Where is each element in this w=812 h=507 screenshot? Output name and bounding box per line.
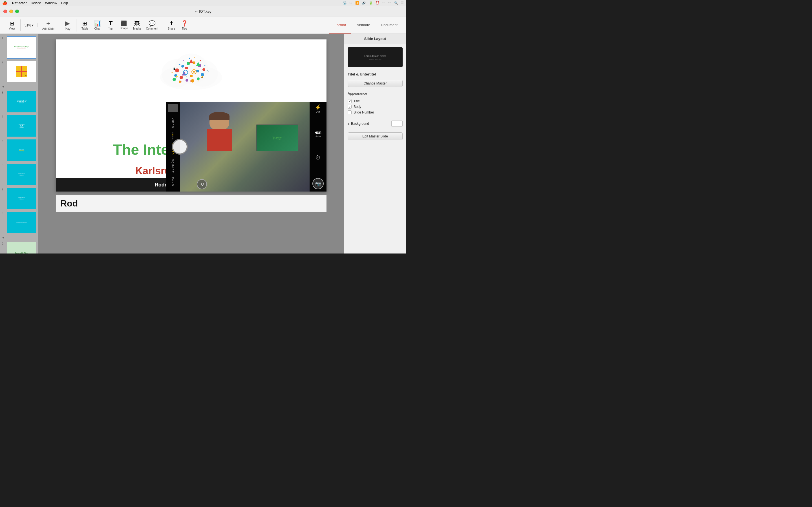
flash-control[interactable]: ⚡ Off — [315, 104, 321, 114]
notification-icon[interactable]: ☰ — [401, 1, 404, 5]
toolbar: ⊞ View 51% ▾ ＋ Add Slide ▶ Play ⊞ Table … — [0, 17, 406, 34]
slide-thumb-2[interactable]: JS — [7, 60, 36, 83]
svg-rect-18 — [185, 67, 188, 69]
slide-thumb-9[interactable]: Consumable Things — [7, 242, 36, 253]
svg-point-16 — [172, 78, 176, 81]
edit-master-slide-button[interactable]: Edit Master Slide — [348, 132, 403, 140]
section-arrow-3[interactable]: ▼ — [2, 85, 5, 89]
minimize-button[interactable] — [9, 10, 13, 13]
menu-help[interactable]: Help — [61, 1, 68, 5]
slide-item-1[interactable]: 1 The Internet Of Things KarlsruheJS Jun… — [2, 36, 36, 59]
format-tab[interactable]: Format — [329, 17, 351, 34]
view-group: ⊞ View — [3, 19, 20, 31]
body-checkbox[interactable]: ✓ — [348, 105, 352, 109]
change-master-button[interactable]: Change Master — [348, 80, 403, 87]
shape-button[interactable]: ⬛ Shape — [117, 20, 130, 31]
camera-mode-pano[interactable]: PANO — [171, 176, 174, 187]
slide-item-3[interactable]: 3 Internet of What? — [2, 91, 36, 113]
slide-number-4: 4 — [2, 115, 6, 118]
search-icon[interactable]: 🔍 — [394, 1, 398, 5]
slide-item-5[interactable]: 5 Internet of Industry — [2, 139, 36, 161]
apple-menu[interactable]: 🍎 — [2, 1, 7, 5]
text-button[interactable]: T Text — [105, 19, 117, 32]
table-button[interactable]: ⊞ Table — [79, 19, 91, 31]
menu-window[interactable]: Window — [45, 1, 57, 5]
right-panel: Slide Layout Lorem Ipsum Dolor subtitle … — [344, 34, 406, 253]
slide-item-7[interactable]: 7 ConsumersMakers — [2, 187, 36, 210]
view-button[interactable]: ⊞ View — [6, 19, 18, 31]
master-preview-subtext: subtitle text here — [369, 58, 381, 60]
slide-canvas[interactable]: 📱 ☁ 🔧 ✉ ⚡ 🔔 💡 ★ ● ◆ ▲ ⊕ ⊗ ⊞ ↔ ↕ — [56, 40, 326, 191]
share-label: Share — [168, 27, 175, 30]
slide-thumb-6[interactable]: ConsumersMakers — [7, 163, 36, 186]
slide-thumb-5[interactable]: Internet of Industry — [7, 139, 36, 161]
share-button[interactable]: ⬆ Share — [165, 19, 177, 31]
slide-thumb-4[interactable]: ConsumersIoTIndustry — [7, 115, 36, 137]
camera-flip-button[interactable]: ⟲ — [197, 179, 207, 189]
svg-text:↕: ↕ — [195, 75, 196, 76]
slide-number-checkbox-row: ✓ Slide Number — [348, 110, 403, 115]
table-icon: ⊞ — [82, 20, 87, 26]
svg-point-13 — [186, 79, 188, 82]
slide-item-6[interactable]: 6 ConsumersMakers — [2, 163, 36, 186]
close-button[interactable] — [3, 10, 7, 13]
background-label-group: ▶ Background — [348, 122, 369, 126]
slide-item-4[interactable]: 4 ConsumersIoTIndustry — [2, 115, 36, 137]
slide-thumb-7[interactable]: ConsumersMakers — [7, 187, 36, 210]
share-icon: ⬆ — [169, 20, 174, 26]
svg-text:💡: 💡 — [175, 75, 178, 78]
slide-item-9[interactable]: 9 Consumable Things — [2, 242, 36, 253]
background-collapse-arrow[interactable]: ▶ — [348, 122, 350, 125]
zoom-control[interactable]: 51% ▾ — [23, 23, 35, 27]
svg-rect-20 — [190, 75, 193, 77]
slide-thumb-content-5: Internet of Industry — [7, 139, 36, 161]
document-tab[interactable]: Document — [376, 17, 403, 34]
tips-button[interactable]: ❓ Tips — [178, 19, 191, 31]
reflector-icon[interactable]: 📡 — [343, 1, 347, 5]
camera-thumb-preview[interactable] — [168, 104, 178, 112]
master-preview: Lorem Ipsum Dolor subtitle text here — [348, 47, 403, 67]
comment-button[interactable]: 💬 Comment — [144, 19, 160, 31]
play-button[interactable]: ▶ Play — [61, 19, 74, 32]
chart-button[interactable]: 📊 Chart — [92, 19, 104, 31]
svg-text:☁: ☁ — [179, 63, 181, 65]
slide-thumb-content-8: Connecting Things — [7, 212, 36, 233]
slide-thumb-1[interactable]: The Internet Of Things KarlsruheJS June … — [7, 36, 36, 59]
camera-capture-button[interactable]: 📷 — [312, 178, 324, 189]
camera-main-view: The InternetOf Things ⟲ — [180, 102, 310, 191]
svg-point-5 — [181, 65, 184, 68]
play-label: Play — [65, 27, 70, 31]
camera-shutter-button[interactable] — [172, 139, 188, 155]
slide-thumb-3[interactable]: Internet of What? — [7, 91, 36, 113]
slide-number-checkbox[interactable]: ✓ — [348, 110, 352, 114]
background-color-picker[interactable] — [391, 121, 403, 127]
camera-mode-square[interactable]: SQUARE — [171, 158, 174, 174]
maximize-button[interactable] — [15, 10, 19, 13]
menu-app-name[interactable]: Reflector — [12, 1, 27, 5]
media-button[interactable]: 🖼 Media — [131, 19, 143, 31]
insert-group: ⊞ Table 📊 Chart T Text ⬛ Shape 🖼 Media 💬… — [77, 19, 163, 32]
svg-rect-19 — [196, 70, 199, 72]
title-checkbox-label: Title — [354, 99, 360, 103]
flash-label: Off — [316, 111, 320, 114]
timer-button[interactable]: ⏱ — [315, 155, 320, 161]
add-slide-button[interactable]: ＋ Add Slide — [40, 19, 57, 32]
battery-icon: 🔋 — [369, 1, 373, 5]
camera-mode-video[interactable]: VIDEO — [171, 117, 174, 129]
iot-cloud-svg: 📱 ☁ 🔧 ✉ ⚡ 🔔 💡 ★ ● ◆ ▲ ⊕ ⊗ ⊞ ↔ ↕ — [154, 49, 228, 92]
svg-text:↔: ↔ — [186, 75, 187, 77]
menu-device[interactable]: Device — [31, 1, 41, 5]
animate-tab[interactable]: Animate — [352, 17, 375, 34]
ellipsis-icon[interactable]: ⋯ — [388, 1, 391, 5]
below-canvas-text: Rod — [60, 198, 78, 209]
title-checkbox[interactable]: ✓ — [348, 99, 352, 103]
section-arrow-9[interactable]: ▼ — [2, 236, 5, 239]
table-label: Table — [82, 27, 88, 30]
panel-title: Slide Layout — [344, 34, 406, 44]
text-label: Text — [108, 27, 113, 31]
hdr-control[interactable]: HDR Auto — [315, 131, 321, 138]
body-checkbox-row: ✓ Body — [348, 104, 403, 110]
slide-item-2[interactable]: 2 JS — [2, 60, 36, 83]
slide-item-8[interactable]: 8 Connecting Things — [2, 211, 36, 234]
slide-thumb-8[interactable]: Connecting Things — [7, 211, 36, 234]
